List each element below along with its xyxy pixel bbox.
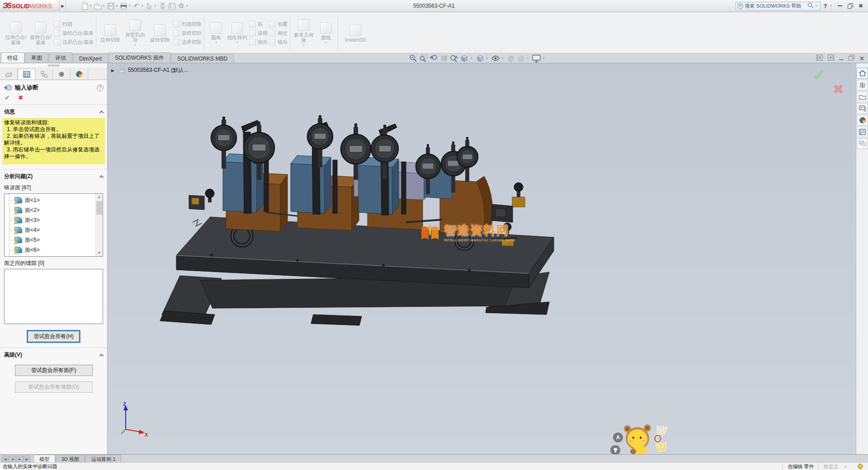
taskpane-home-button[interactable]	[857, 68, 868, 79]
search-dropdown-icon[interactable]: ▾	[816, 4, 817, 8]
faulty-faces-list[interactable]: 面<1> 面<2> 面<3> 面<4> 面<5> 面<6> 面<7> ▴ ▾	[4, 193, 103, 257]
ribbon-extruded-boss[interactable]: 拉伸凸台/基体	[4, 22, 28, 45]
view-settings-icon[interactable]	[532, 55, 541, 62]
heal-all-button[interactable]: 尝试愈合所有(H)	[28, 331, 80, 342]
face-list-item[interactable]: 面<7>	[5, 255, 103, 257]
tab-motion-study[interactable]: 运动算例 1	[85, 455, 121, 462]
restore-button[interactable]	[847, 3, 854, 9]
collapse-chevron-icon[interactable]	[99, 353, 104, 358]
previous-view-icon[interactable]	[430, 54, 438, 62]
ribbon-hole-wizard[interactable]: 异型孔向导 ▾	[123, 19, 147, 47]
tab-model[interactable]: 模型	[33, 455, 55, 462]
gaps-list[interactable]	[4, 269, 103, 324]
advanced-section-header[interactable]: 高级(V)	[0, 348, 107, 361]
face-list-item[interactable]: 面<6>	[5, 245, 103, 255]
tab-features[interactable]: 特征	[1, 52, 24, 63]
list-scrollbar[interactable]: ▴ ▾	[95, 194, 103, 256]
ribbon-intersect[interactable]: 相交	[269, 29, 288, 38]
selection-filter-toggle[interactable]	[158, 1, 167, 10]
confirm-cancel-icon[interactable]: ✖	[833, 81, 844, 97]
taskpane-file-explorer-button[interactable]	[857, 91, 868, 102]
taskpane-design-library-button[interactable]	[857, 80, 868, 90]
ribbon-mirror[interactable]: 镜向	[269, 38, 288, 47]
ribbon-extruded-cut[interactable]: 拉伸切除	[99, 24, 122, 42]
panel-help-button[interactable]: ?	[97, 85, 104, 91]
ribbon-lofted-cut[interactable]: 放样切割	[173, 29, 202, 38]
taskpane-forum-button[interactable]	[857, 138, 868, 149]
zoom-to-area-icon[interactable]	[420, 54, 428, 62]
scroll-down-icon[interactable]: ▾	[96, 250, 103, 256]
edit-appearance-icon[interactable]	[507, 55, 515, 62]
view-orientation-icon[interactable]	[460, 54, 468, 62]
ribbon-swept-cut[interactable]: 扫描切除	[173, 20, 202, 28]
select-button[interactable]	[145, 1, 154, 10]
ribbon-draft[interactable]: 拔模	[249, 29, 268, 38]
tab-addins[interactable]: SOLIDWORKS 插件	[108, 52, 170, 63]
doc-close-icon[interactable]: ✖	[859, 55, 864, 62]
ribbon-loft-boss[interactable]: 放样凸台/基体	[54, 29, 94, 38]
section-view-icon[interactable]	[440, 55, 448, 62]
tab-featuremanager[interactable]	[0, 69, 18, 80]
tab-displaymanager[interactable]	[71, 69, 88, 80]
ribbon-rib[interactable]: 筋	[249, 20, 268, 28]
hide-show-items-icon[interactable]	[491, 55, 500, 61]
first-tab-icon[interactable]: |◀	[2, 456, 9, 462]
undo-button[interactable]: ↶	[132, 1, 141, 10]
ribbon-revolved-cut[interactable]: 旋转切除	[148, 24, 172, 42]
ribbon-revolved-boss[interactable]: 旋转凸台/基体	[29, 22, 52, 45]
tab-configurationmanager[interactable]	[35, 69, 53, 80]
ribbon-shell[interactable]: 抽壳	[249, 38, 268, 47]
ribbon-wrap[interactable]: 包覆	[269, 20, 288, 28]
open-button[interactable]	[94, 1, 103, 10]
print-button[interactable]	[119, 1, 128, 10]
help-button[interactable]: ?	[824, 3, 827, 9]
face-list-item[interactable]: 面<2>	[5, 205, 103, 215]
minimize-button[interactable]	[836, 5, 844, 6]
ribbon-fillet[interactable]: 圆角 ▾	[207, 22, 226, 44]
collapse-chevron-icon[interactable]	[99, 175, 104, 179]
heal-all-faces-button[interactable]: 尝试愈合所有面(F)	[15, 365, 93, 376]
face-list-item[interactable]: 面<4>	[5, 225, 103, 235]
collapse-chevron-icon[interactable]	[99, 110, 104, 115]
close-button[interactable]: ✖	[857, 3, 864, 9]
next-tab-icon[interactable]: ▶	[16, 456, 23, 462]
tab-dimxpertmanager[interactable]: ⊕	[53, 69, 71, 80]
part-model-3d[interactable]	[108, 63, 854, 454]
ribbon-curves[interactable]: 曲线 ▾	[316, 22, 335, 44]
face-list-item[interactable]: 面<1>	[5, 195, 103, 205]
cancel-button[interactable]: ✖	[18, 94, 24, 101]
prev-tab-icon[interactable]: ◀	[9, 456, 16, 462]
heal-all-gaps-button[interactable]: 尝试愈合所有缝隙(G)	[15, 381, 93, 393]
face-list-item[interactable]: 面<5>	[5, 235, 103, 245]
ribbon-sweep[interactable]: 扫描	[54, 20, 94, 28]
accept-button[interactable]: ✔	[5, 94, 10, 101]
collapse-left-pane-icon[interactable]	[816, 55, 823, 62]
panel-splitter-grip[interactable]	[0, 63, 107, 67]
scroll-thumb[interactable]	[96, 201, 102, 215]
doc-restore-icon[interactable]	[849, 55, 854, 62]
taskpane-view-palette-button[interactable]	[857, 103, 868, 114]
ribbon-linear-pattern[interactable]: 线性阵列 ▾	[227, 22, 248, 44]
collapse-right-pane-icon[interactable]	[828, 55, 834, 62]
menu-flyout-button[interactable]: ▶	[60, 0, 66, 12]
ribbon-reference-geometry[interactable]: 参考几何体 ▾	[292, 19, 315, 47]
options-dialog-button[interactable]	[167, 1, 176, 10]
tab-mbd[interactable]: SOLIDWORKS MBD	[171, 54, 234, 63]
tab-sketch[interactable]: 草图	[25, 52, 48, 63]
search-input[interactable]: ? 搜索 SOLIDWORKS 帮助 ▾	[736, 2, 821, 10]
flyout-expand-icon[interactable]: ▶	[111, 68, 114, 73]
tab-evaluate[interactable]: 评估	[49, 52, 72, 63]
graphics-viewport[interactable]: ▶ 55003563-CF-A1 (默认... ✔ ✖ 智造资料网 INTELL…	[108, 63, 856, 454]
custom-view-label[interactable]: 自定义	[823, 463, 838, 470]
taskpane-custom-properties-button[interactable]	[857, 127, 868, 137]
tab-3d-views[interactable]: 3D 视图	[56, 455, 85, 462]
save-button[interactable]	[106, 1, 115, 10]
apply-scene-icon[interactable]	[517, 55, 525, 62]
tab-propertymanager[interactable]	[18, 69, 35, 80]
tab-dimxpert[interactable]: DimXpert	[73, 54, 108, 63]
scroll-up-icon[interactable]: ▴	[96, 194, 103, 200]
annotation-view-icon[interactable]: A	[450, 54, 458, 62]
search-icon[interactable]	[807, 2, 814, 10]
ribbon-boundary-cut[interactable]: 边界切除	[173, 38, 202, 47]
info-section-header[interactable]: 信息	[0, 105, 107, 118]
